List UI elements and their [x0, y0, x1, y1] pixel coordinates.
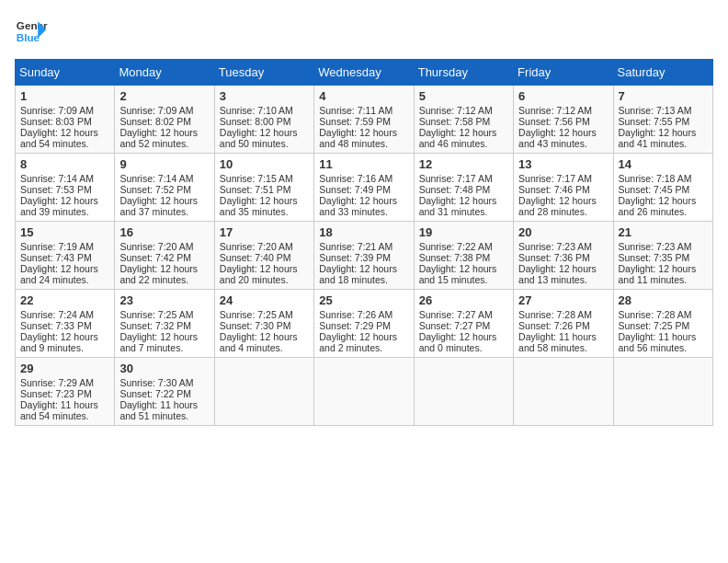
sunrise: Sunrise: 7:23 AM [619, 241, 692, 252]
calendar-cell: 11Sunrise: 7:16 AMSunset: 7:49 PMDayligh… [314, 154, 414, 222]
day-number: 22 [20, 293, 109, 307]
sunrise: Sunrise: 7:20 AM [119, 241, 193, 252]
sunset: Sunset: 8:00 PM [220, 116, 291, 127]
sunrise: Sunrise: 7:12 AM [419, 105, 493, 116]
week-row-4: 22Sunrise: 7:24 AMSunset: 7:33 PMDayligh… [16, 290, 713, 358]
sunrise: Sunrise: 7:15 AM [220, 173, 293, 184]
day-number: 26 [419, 293, 508, 307]
sunset: Sunset: 7:35 PM [619, 252, 690, 263]
sunrise: Sunrise: 7:20 AM [220, 241, 293, 252]
sunset: Sunset: 7:30 PM [220, 320, 291, 331]
sunset: Sunset: 7:45 PM [619, 184, 690, 195]
calendar-cell: 17Sunrise: 7:20 AMSunset: 7:40 PMDayligh… [214, 222, 313, 290]
day-number: 12 [419, 157, 508, 171]
day-number: 5 [419, 89, 508, 103]
day-number: 10 [220, 157, 309, 171]
sunset: Sunset: 7:33 PM [20, 320, 92, 331]
day-number: 13 [518, 157, 608, 171]
sunset: Sunset: 7:36 PM [518, 252, 590, 263]
daylight: Daylight: 12 hours and 33 minutes. [319, 195, 397, 217]
sunrise: Sunrise: 7:09 AM [119, 105, 193, 116]
calendar-cell [514, 358, 613, 426]
sunset: Sunset: 7:48 PM [419, 184, 491, 195]
sunset: Sunset: 7:38 PM [419, 252, 491, 263]
daylight: Daylight: 12 hours and 46 minutes. [419, 127, 497, 149]
daylight: Daylight: 12 hours and 41 minutes. [619, 127, 697, 149]
day-number: 16 [119, 225, 209, 239]
day-number: 14 [619, 157, 708, 171]
day-number: 6 [518, 89, 608, 103]
sunrise: Sunrise: 7:25 AM [220, 309, 293, 320]
calendar-cell: 30Sunrise: 7:30 AMSunset: 7:22 PMDayligh… [115, 358, 214, 426]
sunset: Sunset: 7:42 PM [119, 252, 191, 263]
sunset: Sunset: 7:59 PM [319, 116, 391, 127]
calendar-cell: 20Sunrise: 7:23 AMSunset: 7:36 PMDayligh… [514, 222, 613, 290]
sunrise: Sunrise: 7:17 AM [518, 173, 592, 184]
day-number: 30 [119, 362, 209, 375]
calendar-cell [214, 358, 313, 426]
calendar-cell: 2Sunrise: 7:09 AMSunset: 8:02 PMDaylight… [115, 86, 214, 154]
daylight: Daylight: 12 hours and 7 minutes. [119, 331, 198, 353]
sunset: Sunset: 7:53 PM [20, 184, 92, 195]
daylight: Daylight: 12 hours and 18 minutes. [319, 263, 397, 285]
calendar-cell: 22Sunrise: 7:24 AMSunset: 7:33 PMDayligh… [16, 290, 115, 358]
daylight: Daylight: 11 hours and 58 minutes. [518, 331, 597, 353]
column-header-wednesday: Wednesday [314, 60, 414, 86]
calendar-cell: 3Sunrise: 7:10 AMSunset: 8:00 PMDaylight… [214, 86, 313, 154]
sunrise: Sunrise: 7:28 AM [619, 309, 692, 320]
day-number: 23 [119, 293, 209, 307]
sunrise: Sunrise: 7:19 AM [20, 241, 94, 252]
sunrise: Sunrise: 7:22 AM [419, 241, 493, 252]
sunrise: Sunrise: 7:18 AM [619, 173, 692, 184]
calendar-cell: 15Sunrise: 7:19 AMSunset: 7:43 PMDayligh… [16, 222, 115, 290]
daylight: Daylight: 12 hours and 28 minutes. [518, 195, 597, 217]
calendar-cell [414, 358, 513, 426]
logo-icon: General Blue [15, 15, 48, 48]
sunset: Sunset: 7:23 PM [20, 388, 92, 399]
week-row-3: 15Sunrise: 7:19 AMSunset: 7:43 PMDayligh… [16, 222, 713, 290]
sunrise: Sunrise: 7:11 AM [319, 105, 392, 116]
day-number: 28 [619, 293, 708, 307]
day-number: 8 [20, 157, 109, 171]
daylight: Daylight: 12 hours and 54 minutes. [20, 127, 98, 149]
calendar-cell: 13Sunrise: 7:17 AMSunset: 7:46 PMDayligh… [514, 154, 613, 222]
daylight: Daylight: 12 hours and 52 minutes. [119, 127, 198, 149]
sunset: Sunset: 7:22 PM [119, 388, 191, 399]
day-number: 15 [20, 225, 109, 239]
sunrise: Sunrise: 7:16 AM [319, 173, 392, 184]
sunrise: Sunrise: 7:17 AM [419, 173, 493, 184]
sunrise: Sunrise: 7:12 AM [518, 105, 592, 116]
sunset: Sunset: 8:03 PM [20, 116, 92, 127]
day-number: 24 [220, 293, 309, 307]
sunrise: Sunrise: 7:25 AM [119, 309, 193, 320]
sunrise: Sunrise: 7:24 AM [20, 309, 94, 320]
day-number: 27 [518, 293, 608, 307]
calendar-cell: 21Sunrise: 7:23 AMSunset: 7:35 PMDayligh… [613, 222, 712, 290]
day-number: 7 [619, 89, 708, 103]
daylight: Daylight: 11 hours and 51 minutes. [119, 399, 198, 421]
daylight: Daylight: 12 hours and 26 minutes. [619, 195, 697, 217]
header-row: SundayMondayTuesdayWednesdayThursdayFrid… [16, 60, 713, 86]
daylight: Daylight: 12 hours and 4 minutes. [220, 331, 298, 353]
calendar-cell: 14Sunrise: 7:18 AMSunset: 7:45 PMDayligh… [613, 154, 712, 222]
day-number: 20 [518, 225, 608, 239]
calendar-cell: 26Sunrise: 7:27 AMSunset: 7:27 PMDayligh… [414, 290, 513, 358]
day-number: 25 [319, 293, 408, 307]
calendar-cell: 7Sunrise: 7:13 AMSunset: 7:55 PMDaylight… [613, 86, 712, 154]
sunrise: Sunrise: 7:14 AM [119, 173, 193, 184]
calendar-table: SundayMondayTuesdayWednesdayThursdayFrid… [15, 59, 713, 426]
sunrise: Sunrise: 7:27 AM [419, 309, 493, 320]
sunset: Sunset: 7:26 PM [518, 320, 590, 331]
column-header-friday: Friday [514, 60, 613, 86]
column-header-tuesday: Tuesday [214, 60, 313, 86]
daylight: Daylight: 12 hours and 50 minutes. [220, 127, 298, 149]
calendar-cell: 4Sunrise: 7:11 AMSunset: 7:59 PMDaylight… [314, 86, 414, 154]
daylight: Daylight: 12 hours and 31 minutes. [419, 195, 497, 217]
daylight: Daylight: 12 hours and 20 minutes. [220, 263, 298, 285]
day-number: 1 [20, 89, 109, 103]
day-number: 9 [119, 157, 209, 171]
calendar-cell: 27Sunrise: 7:28 AMSunset: 7:26 PMDayligh… [514, 290, 613, 358]
daylight: Daylight: 11 hours and 54 minutes. [20, 399, 98, 421]
daylight: Daylight: 12 hours and 13 minutes. [518, 263, 597, 285]
calendar-cell: 8Sunrise: 7:14 AMSunset: 7:53 PMDaylight… [16, 154, 115, 222]
